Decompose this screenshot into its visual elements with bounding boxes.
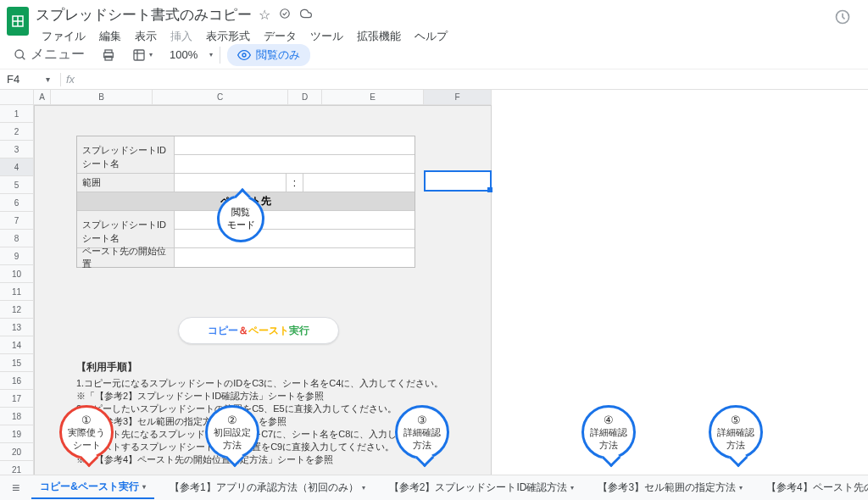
instruction-line: 2.コピーしたいスプレッドシートの範囲をC5、E5に直接入力してください。 bbox=[76, 403, 453, 415]
callout-view-mode: 閲覧 モード bbox=[217, 195, 264, 242]
title-area: スプレッドシート書式のみコピー ☆ ファイル 編集 表示 挿入 表示形式 データ… bbox=[36, 5, 834, 47]
fx-label: fx bbox=[66, 73, 75, 86]
fx-separator bbox=[60, 73, 61, 86]
sheets-logo-icon[interactable] bbox=[7, 7, 29, 36]
callout-4: ④ 詳細確認 方法 bbox=[581, 405, 636, 459]
grid: A B C D E F 1234567891011121314151617181… bbox=[0, 90, 868, 478]
instruction-line: ※「【参考2】スプレッドシートID確認方法」シートを参照 bbox=[76, 390, 453, 403]
row-header[interactable]: 20 bbox=[0, 443, 34, 461]
menu-view[interactable]: 表示 bbox=[129, 26, 163, 47]
row-header[interactable]: 12 bbox=[0, 301, 34, 319]
instruction-line: ※「【参考4】ペースト先の開始位置指定方法」シートを参照 bbox=[76, 453, 453, 466]
tab-label: コピー&ペースト実行 bbox=[40, 480, 139, 494]
field-dest-id[interactable] bbox=[175, 211, 415, 229]
exec-part1: コピー bbox=[208, 324, 238, 338]
row-header[interactable]: 18 bbox=[0, 408, 34, 425]
chevron-down-icon[interactable]: ▾ bbox=[570, 484, 574, 492]
callout-5: ⑤ 詳細確認 方法 bbox=[709, 405, 763, 459]
row-header[interactable]: 15 bbox=[0, 354, 34, 372]
all-sheets-icon[interactable]: ≡ bbox=[7, 481, 25, 496]
cloud-icon[interactable] bbox=[299, 8, 313, 23]
history-icon[interactable] bbox=[834, 8, 851, 29]
cellref-dropdown-icon[interactable]: ▾ bbox=[41, 75, 55, 84]
col-header-B[interactable]: B bbox=[51, 90, 153, 105]
callout-2: ② 初回設定 方法 bbox=[205, 405, 259, 459]
exec-part2: ペースト bbox=[248, 324, 289, 338]
exec-part3: 実行 bbox=[289, 324, 309, 338]
chevron-down-icon[interactable]: ▾ bbox=[142, 483, 146, 491]
field-source-sheet[interactable] bbox=[175, 155, 415, 173]
document-title[interactable]: スプレッドシート書式のみコピー bbox=[36, 5, 252, 25]
field-range-end[interactable] bbox=[303, 174, 415, 192]
field-dest-sheet[interactable] bbox=[175, 230, 415, 247]
view-only-badge[interactable]: 閲覧のみ bbox=[227, 44, 310, 66]
sheet-tab-2[interactable]: 【参考1】アプリの承認方法（初回のみ）▾ bbox=[161, 477, 374, 498]
search-menu-button[interactable]: メニュー bbox=[8, 42, 90, 67]
range-colon: : bbox=[287, 174, 303, 192]
sheet-tab-5[interactable]: 【参考4】ペースト先の開始位置指定方法▾ bbox=[758, 477, 868, 498]
svg-point-13 bbox=[242, 53, 246, 57]
callout-num: ② bbox=[227, 414, 237, 426]
move-icon[interactable] bbox=[279, 8, 291, 23]
sheet-tab-1[interactable]: コピー&ペースト実行▾ bbox=[31, 476, 154, 499]
toolbar-separator bbox=[220, 47, 220, 64]
row-header[interactable]: 9 bbox=[0, 247, 34, 265]
instruction-line: 1.コピー元になるスプレッドシートのIDをC3に、シート名をC4に、入力してくだ… bbox=[76, 377, 453, 390]
sheet-tab-4[interactable]: 【参考3】セル範囲の指定方法▾ bbox=[589, 477, 751, 498]
menu-extensions[interactable]: 拡張機能 bbox=[351, 26, 407, 47]
exec-amp: ＆ bbox=[238, 324, 248, 338]
row-header[interactable]: 5 bbox=[0, 176, 34, 194]
cell-reference[interactable]: F4 bbox=[0, 73, 41, 86]
field-dest-start[interactable] bbox=[175, 248, 415, 267]
row-header[interactable]: 6 bbox=[0, 194, 34, 212]
chevron-down-icon[interactable]: ▾ bbox=[739, 484, 743, 492]
callout-text: モード bbox=[227, 219, 255, 231]
tab-label: 【参考3】セル範囲の指定方法 bbox=[598, 481, 736, 495]
tab-label: 【参考4】ペースト先の開始位置指定方法 bbox=[766, 481, 868, 495]
svg-point-3 bbox=[281, 8, 290, 18]
instructions: 【利用手順】 1.コピー元になるスプレッドシートのIDをC3に、シート名をC4に… bbox=[76, 361, 453, 466]
row-header[interactable]: 16 bbox=[0, 372, 34, 390]
row-header[interactable]: 7 bbox=[0, 212, 34, 230]
callout-num: ⑤ bbox=[731, 414, 741, 426]
view-only-label: 閲覧のみ bbox=[256, 47, 300, 63]
svg-point-5 bbox=[15, 50, 23, 58]
col-header-D[interactable]: D bbox=[288, 90, 322, 105]
callout-text: 詳細確認 bbox=[717, 426, 754, 439]
menu-help[interactable]: ヘルプ bbox=[409, 26, 453, 47]
label-dest-start: ペースト先の開始位置 bbox=[77, 248, 175, 267]
chevron-down-icon[interactable]: ▾ bbox=[362, 484, 365, 492]
col-header-F[interactable]: F bbox=[424, 90, 492, 105]
col-header-A[interactable]: A bbox=[34, 90, 51, 105]
field-source-id[interactable] bbox=[175, 136, 415, 154]
menu-tools[interactable]: ツール bbox=[304, 26, 349, 47]
callout-text: 詳細確認 bbox=[403, 426, 441, 439]
menu-edit[interactable]: 編集 bbox=[93, 26, 127, 47]
menu-search-label: メニュー bbox=[31, 46, 85, 64]
row-header[interactable]: 4 bbox=[0, 158, 34, 176]
row-header[interactable]: 13 bbox=[0, 319, 34, 336]
row-header[interactable]: 1 bbox=[0, 105, 34, 123]
callout-3: ③ 詳細確認 方法 bbox=[395, 405, 449, 459]
active-cell[interactable] bbox=[424, 170, 492, 192]
row-header[interactable]: 2 bbox=[0, 123, 34, 141]
row-header[interactable]: 11 bbox=[0, 283, 34, 301]
print-icon[interactable] bbox=[97, 45, 120, 65]
row-header[interactable]: 10 bbox=[0, 265, 34, 283]
row-header[interactable]: 3 bbox=[0, 141, 34, 158]
row-header[interactable]: 8 bbox=[0, 230, 34, 247]
execute-button[interactable]: コピー ＆ ペースト 実行 bbox=[178, 317, 339, 344]
row-header[interactable]: 14 bbox=[0, 336, 34, 354]
star-icon[interactable]: ☆ bbox=[259, 7, 270, 23]
col-header-C[interactable]: C bbox=[153, 90, 288, 105]
zoom-level[interactable]: 100% bbox=[164, 48, 203, 61]
select-all-corner[interactable] bbox=[0, 90, 34, 105]
svg-rect-10 bbox=[134, 50, 144, 60]
col-header-E[interactable]: E bbox=[322, 90, 424, 105]
sheet-tab-3[interactable]: 【参考2】スプレッドシートID確認方法▾ bbox=[381, 477, 583, 498]
callout-text: 実際使う bbox=[68, 426, 105, 439]
row-header[interactable]: 17 bbox=[0, 390, 34, 408]
row-header[interactable]: 19 bbox=[0, 425, 34, 443]
field-range-start[interactable] bbox=[175, 174, 287, 192]
filter-icon[interactable]: ▾ bbox=[127, 45, 158, 65]
